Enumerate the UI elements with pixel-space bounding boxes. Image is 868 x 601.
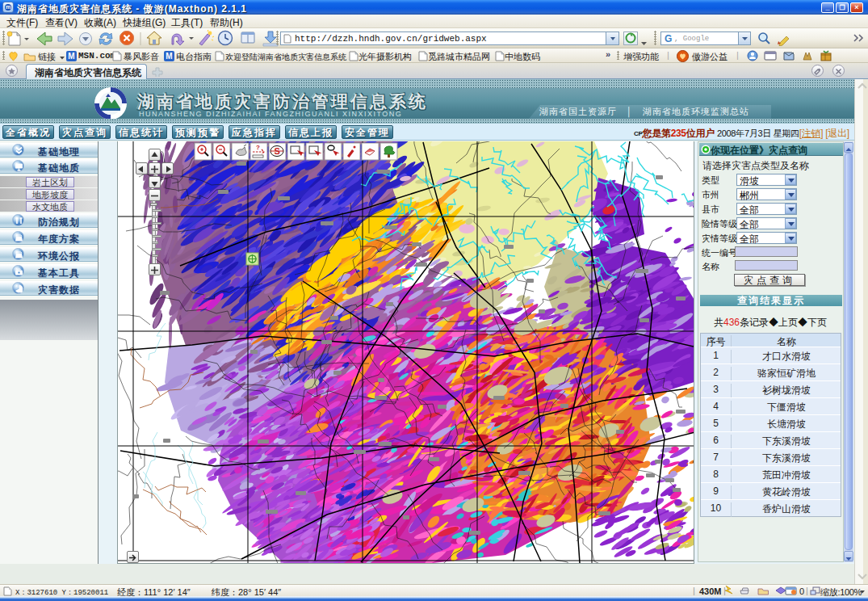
- svg-text:?: ?: [256, 144, 260, 151]
